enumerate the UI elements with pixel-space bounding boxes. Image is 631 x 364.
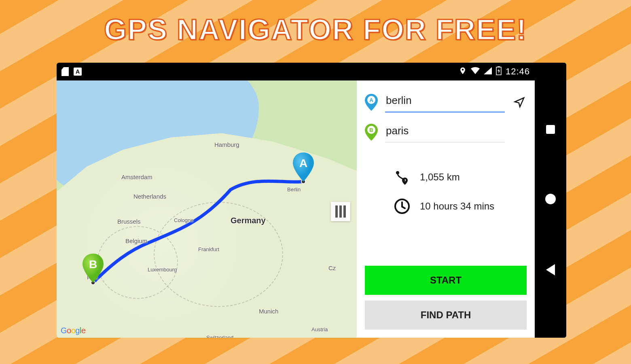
map-label-brussels: Brussels (117, 218, 141, 225)
recent-apps-button[interactable] (546, 125, 555, 134)
svg-rect-1 (498, 66, 500, 67)
status-bar: A 12:46 (57, 63, 535, 80)
map-label-frankfurt: Frankfurt (198, 246, 219, 252)
origin-input[interactable] (385, 92, 505, 112)
origin-row: A (365, 92, 527, 112)
svg-text:A: A (369, 97, 373, 103)
map-label-belgium: Belgium (125, 237, 147, 244)
map-label-cologne: Cologne (174, 217, 193, 223)
origin-pin-a-icon: A (365, 94, 378, 111)
svg-text:B: B (89, 258, 97, 271)
map-label-austria: Austria (311, 326, 328, 332)
battery-charging-icon (496, 66, 502, 77)
button-group: START FIND PATH (365, 266, 527, 330)
map-label-amsterdam: Amsterdam (121, 174, 152, 180)
start-button[interactable]: START (365, 266, 527, 295)
destination-input[interactable] (385, 122, 505, 142)
map-layers-button[interactable] (331, 202, 350, 221)
duration-value: 10 hours 34 mins (420, 201, 494, 212)
home-button[interactable] (545, 194, 556, 204)
map-label-munich: Munich (259, 308, 278, 315)
duration-row: 10 hours 34 mins (393, 197, 494, 215)
destination-pin-b-icon: B (365, 124, 378, 141)
route-panel: A B (357, 80, 535, 338)
wifi-icon (471, 67, 480, 76)
map-attribution: Google (61, 326, 86, 335)
use-current-location-button[interactable] (512, 95, 527, 110)
route-summary: 1,055 km 10 hours 34 mins (365, 168, 527, 215)
keyboard-indicator-icon: A (74, 68, 82, 76)
svg-text:B: B (369, 127, 373, 133)
map-marker-b[interactable]: B (82, 254, 104, 283)
distance-icon (393, 168, 411, 186)
sdcard-icon (61, 67, 69, 76)
map-label-luxembourg: Luxembourg (148, 267, 177, 273)
back-button[interactable] (546, 264, 555, 275)
map-label-switzerland: Switzerland (206, 334, 233, 338)
status-clock: 12:46 (506, 66, 530, 77)
map-view[interactable]: Hamburg Amsterdam Netherlands Berlin Bru… (57, 80, 357, 338)
android-nav-bar (535, 63, 566, 338)
clock-icon (393, 197, 411, 215)
app-body: Hamburg Amsterdam Netherlands Berlin Bru… (57, 80, 535, 338)
distance-value: 1,055 km (420, 171, 460, 183)
map-label-berlin: Berlin (287, 186, 301, 193)
destination-row: B (365, 122, 527, 142)
device-frame: A 12:46 (57, 63, 566, 338)
svg-text:A: A (299, 157, 307, 169)
distance-row: 1,055 km (393, 168, 460, 186)
map-label-germany: Germany (231, 216, 266, 225)
promo-title: GPS NAVIGATOR FOR FREE! (0, 13, 631, 46)
map-label-cz: Cz (328, 265, 336, 271)
cell-signal-icon (484, 67, 492, 76)
find-path-button[interactable]: FIND PATH (365, 301, 527, 330)
location-icon (459, 67, 467, 77)
device-screen: A 12:46 (57, 63, 535, 338)
map-label-netherlands: Netherlands (133, 193, 166, 200)
map-label-hamburg: Hamburg (214, 141, 239, 148)
map-marker-a[interactable]: A (292, 152, 315, 182)
route-path (57, 80, 357, 338)
